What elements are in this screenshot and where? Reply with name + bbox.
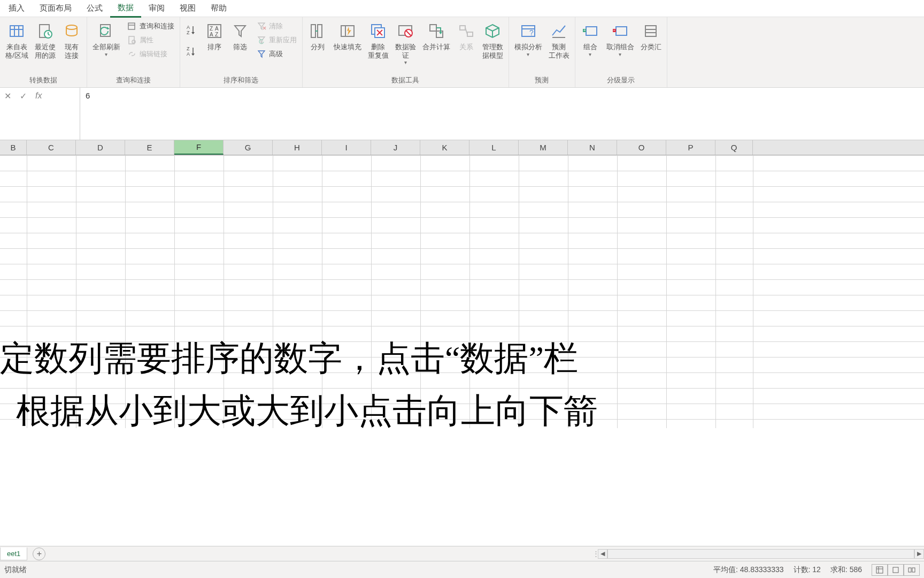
existing-connections-label: 现有 连接 — [65, 43, 79, 59]
tab-formulas[interactable]: 公式 — [79, 0, 110, 17]
formula-bar: ✕ ✓ fx 6 — [0, 88, 924, 140]
svg-rect-43 — [430, 25, 436, 31]
svg-rect-62 — [876, 567, 883, 573]
ribbon-tabs: 插入 页面布局 公式 数据 审阅 视图 帮助 — [0, 0, 924, 17]
existing-connections-icon — [62, 21, 81, 41]
cancel-icon[interactable]: ✕ — [4, 91, 11, 101]
formula-input[interactable]: 6 — [80, 88, 924, 140]
svg-rect-67 — [912, 568, 915, 572]
advanced-button[interactable]: 高级 — [253, 47, 300, 61]
svg-text:Z: Z — [210, 26, 213, 32]
recent-sources-button[interactable]: 最近使 用的源 — [32, 19, 59, 62]
page-layout-view-button[interactable] — [888, 564, 904, 576]
fx-icon[interactable]: fx — [35, 91, 42, 101]
sheet-tab[interactable]: eet1 — [0, 547, 27, 560]
column-header-Q[interactable]: Q — [715, 140, 753, 155]
remove-duplicates-button[interactable]: 删除 重复值 — [365, 19, 392, 62]
column-header-P[interactable]: P — [666, 140, 715, 155]
tab-help[interactable]: 帮助 — [203, 0, 234, 17]
existing-connections-button[interactable]: 现有 连接 — [59, 19, 84, 62]
column-header-F[interactable]: F — [174, 140, 224, 155]
column-header-I[interactable]: I — [322, 140, 371, 155]
subtotal-label: 分类汇 — [641, 43, 661, 51]
tab-review[interactable]: 审阅 — [141, 0, 172, 17]
sheet-tab-bar: eet1 + ⋮ ◀ ▶ — [0, 546, 924, 561]
status-ready: 切就绪 — [0, 565, 27, 575]
column-header-B[interactable]: B — [0, 140, 27, 155]
column-header-J[interactable]: J — [371, 140, 420, 155]
consolidate-icon — [427, 21, 446, 41]
flash-fill-button[interactable]: 快速填充 — [330, 19, 365, 54]
page-break-view-button[interactable] — [904, 564, 920, 576]
manage-data-model-button[interactable]: 管理数 据模型 — [479, 19, 506, 62]
tab-view[interactable]: 视图 — [172, 0, 203, 17]
svg-rect-47 — [467, 32, 473, 36]
sort-asc-button[interactable]: AZ — [184, 24, 199, 36]
column-header-H[interactable]: H — [273, 140, 322, 155]
normal-view-button[interactable] — [872, 564, 888, 576]
data-validation-label: 数据验 证 — [395, 43, 416, 59]
clear-label: 清除 — [269, 21, 283, 31]
flash-fill-label: 快速填充 — [334, 43, 361, 51]
scroll-right-icon[interactable]: ▶ — [914, 549, 924, 559]
from-table-range-button[interactable]: 来自表 格/区域 — [2, 19, 32, 62]
tab-insert[interactable]: 插入 — [1, 0, 32, 17]
column-header-G[interactable]: G — [224, 140, 273, 155]
svg-text:Z: Z — [215, 32, 218, 37]
remove-duplicates-icon — [368, 21, 388, 41]
data-validation-button[interactable]: 数据验 证▾ — [392, 19, 419, 68]
queries-connections-button[interactable]: 查询和连接 — [124, 19, 178, 33]
refresh-all-button[interactable]: 全部刷新 ▾ — [89, 19, 124, 60]
remove-duplicates-label: 删除 重复值 — [368, 43, 389, 59]
filter-icon — [230, 21, 250, 41]
forecast-sheet-button[interactable]: 预测 工作表 — [545, 19, 573, 62]
column-header-N[interactable]: N — [568, 140, 617, 155]
column-header-D[interactable]: D — [76, 140, 125, 155]
svg-rect-11 — [128, 23, 135, 29]
clear-button[interactable]: 清除 — [253, 19, 300, 33]
scroll-left-icon[interactable]: ◀ — [598, 549, 607, 559]
column-header-C[interactable]: C — [27, 140, 76, 155]
edit-links-label: 编辑链接 — [140, 49, 167, 59]
sort-desc-button[interactable]: ZA — [184, 45, 199, 58]
refresh-all-icon — [97, 21, 116, 41]
properties-icon — [127, 35, 137, 45]
svg-rect-66 — [908, 568, 911, 572]
edit-links-button[interactable]: 编辑链接 — [124, 47, 178, 61]
svg-text:A: A — [187, 25, 190, 30]
whatif-label: 模拟分析 — [514, 43, 542, 51]
whatif-analysis-button[interactable]: ?模拟分析▾ — [511, 19, 545, 60]
svg-rect-53 — [586, 27, 597, 35]
subtotal-button[interactable]: 分类汇 — [637, 19, 665, 54]
horizontal-scrollbar[interactable]: ⋮ ◀ ▶ — [592, 549, 924, 559]
reapply-button[interactable]: 重新应用 — [253, 33, 300, 47]
whatif-icon: ? — [519, 21, 538, 41]
relationships-button[interactable]: 关系 — [453, 19, 479, 54]
column-header-K[interactable]: K — [420, 140, 469, 155]
tab-data[interactable]: 数据 — [110, 0, 141, 18]
column-header-L[interactable]: L — [469, 140, 519, 155]
text-to-columns-label: 分列 — [311, 43, 325, 51]
column-header-M[interactable]: M — [519, 140, 568, 155]
new-sheet-button[interactable]: + — [33, 547, 45, 560]
group-transform-label: 转换数据 — [2, 74, 84, 87]
ungroup-button[interactable]: -取消组合▾ — [603, 19, 637, 60]
svg-marker-18 — [191, 32, 195, 34]
filter-button[interactable]: 筛选 — [227, 19, 253, 54]
advanced-label: 高级 — [269, 49, 283, 59]
tab-page-layout[interactable]: 页面布局 — [32, 0, 79, 17]
sort-button[interactable]: ZAAZ 排序 — [202, 19, 227, 54]
group-button[interactable]: +组合▾ — [578, 19, 603, 60]
status-count: 计数: 12 — [794, 565, 821, 575]
properties-button[interactable]: 属性 — [124, 33, 178, 47]
column-header-E[interactable]: E — [125, 140, 174, 155]
status-sum: 求和: 586 — [830, 565, 862, 575]
svg-text:?: ? — [529, 28, 534, 37]
text-to-columns-button[interactable]: 分列 — [305, 19, 330, 54]
column-header-O[interactable]: O — [617, 140, 666, 155]
svg-rect-56 — [616, 27, 627, 35]
enter-icon[interactable]: ✓ — [20, 91, 27, 101]
consolidate-button[interactable]: 合并计算 — [419, 19, 453, 54]
text-to-columns-icon — [308, 21, 327, 41]
status-bar: 切就绪 平均值: 48.83333333 计数: 12 求和: 586 — [0, 561, 924, 578]
